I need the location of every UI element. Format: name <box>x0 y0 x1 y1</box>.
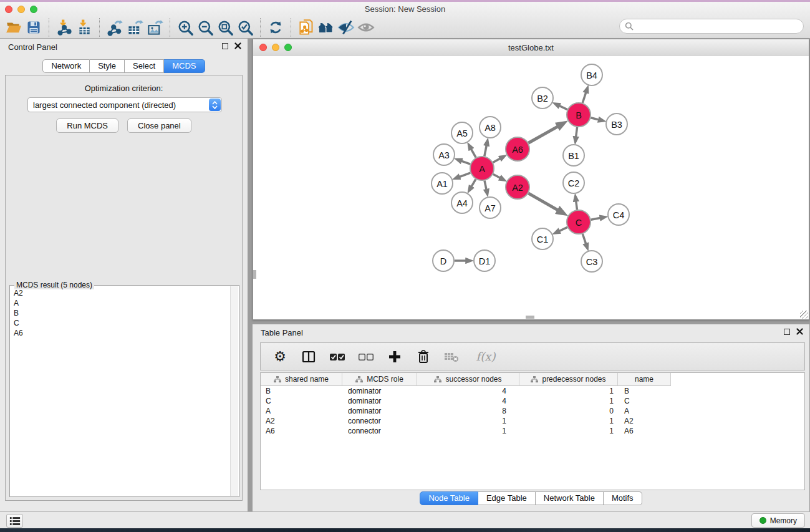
graph-node-A4[interactable]: A4 <box>451 192 473 213</box>
show-all-networks-button[interactable] <box>316 17 336 37</box>
clone-network-icon <box>298 19 315 36</box>
task-history-button[interactable] <box>6 514 23 528</box>
graph-node-B[interactable]: B <box>567 103 591 127</box>
delete-table-button[interactable] <box>443 347 461 366</box>
edge-C-C3 <box>582 234 586 244</box>
table-row[interactable]: Cdominator41C <box>261 396 804 406</box>
export-network-icon <box>107 19 123 36</box>
tab-network-table[interactable]: Network Table <box>536 491 604 505</box>
dropdown-stepper-icon <box>209 99 221 111</box>
zoom-in-button[interactable] <box>175 17 195 37</box>
memory-button[interactable]: Memory <box>751 513 805 528</box>
refresh-view-button[interactable] <box>266 17 286 37</box>
open-session-button[interactable] <box>4 17 24 37</box>
table-cell: C <box>618 397 671 405</box>
delete-column-button[interactable] <box>414 347 433 366</box>
graph-node-A8[interactable]: A8 <box>480 117 501 138</box>
graph-node-A5[interactable]: A5 <box>451 122 473 143</box>
column-header-MCDS-role[interactable]: MCDS role <box>342 373 417 386</box>
graph-node-B1[interactable]: B1 <box>563 145 584 166</box>
mcds-result-item[interactable]: A6 <box>11 328 229 338</box>
tab-select[interactable]: Select <box>125 59 164 73</box>
graph-node-C[interactable]: C <box>567 210 591 234</box>
column-header-shared-name[interactable]: shared name <box>261 373 342 386</box>
graph-node-A2[interactable]: A2 <box>506 175 529 199</box>
column-header-label: MCDS role <box>367 375 403 384</box>
graph-node-A[interactable]: A <box>470 157 494 180</box>
table-cell: A2 <box>261 417 342 425</box>
column-settings-button[interactable]: ⚙ <box>271 347 289 366</box>
table-cell: A6 <box>261 427 342 435</box>
graph-node-A7[interactable]: A7 <box>480 197 501 218</box>
deselect-all-button[interactable] <box>357 347 375 366</box>
export-image-button[interactable] <box>145 17 165 37</box>
close-table-panel-icon[interactable] <box>796 328 803 335</box>
graph-node-A6[interactable]: A6 <box>506 137 529 161</box>
save-session-button[interactable] <box>24 17 44 37</box>
criterion-dropdown[interactable]: largest connected component (directed) <box>27 97 222 112</box>
graph-node-B4[interactable]: B4 <box>581 64 602 85</box>
export-network-button[interactable] <box>105 17 125 37</box>
tab-network[interactable]: Network <box>42 59 90 73</box>
import-network-button[interactable] <box>54 17 74 37</box>
network-canvas[interactable]: AA1A2A3A4A5A6A7A8BB1B2B3B4CC1C2C3C4DD1 <box>253 56 809 319</box>
graph-node-B3[interactable]: B3 <box>606 114 627 135</box>
column-header-name[interactable]: name <box>618 373 671 386</box>
graph-node-C2[interactable]: C2 <box>563 172 584 193</box>
table-row[interactable]: Bdominator41B <box>261 386 804 396</box>
table-row[interactable]: A2connector11A2 <box>261 416 804 426</box>
svg-text:A4: A4 <box>456 198 468 208</box>
svg-text:B2: B2 <box>537 94 548 104</box>
search-input[interactable] <box>634 21 803 32</box>
edge-C-C2 <box>576 201 577 210</box>
mcds-result-item[interactable]: A <box>11 298 229 308</box>
close-panel-icon[interactable] <box>234 42 241 49</box>
mcds-result-item[interactable]: C <box>11 318 229 328</box>
zoom-selected-button[interactable] <box>235 17 255 37</box>
window-resize-grip[interactable] <box>800 311 808 319</box>
mcds-result-item[interactable]: B <box>11 308 229 318</box>
table-row[interactable]: A6connector11A6 <box>261 426 804 436</box>
graph-node-C4[interactable]: C4 <box>608 204 629 225</box>
svg-text:A2: A2 <box>512 183 523 193</box>
import-table-button[interactable] <box>74 17 94 37</box>
hide-edges-button[interactable] <box>336 17 356 37</box>
search-field[interactable] <box>619 19 804 34</box>
tab-edge-table[interactable]: Edge Table <box>478 491 536 505</box>
zoom-fit-button[interactable] <box>215 17 235 37</box>
result-list-scrollbar[interactable] <box>230 286 238 496</box>
select-all-button[interactable] <box>328 347 347 366</box>
table-row[interactable]: Adominator80A <box>261 406 804 416</box>
graph-node-D1[interactable]: D1 <box>474 250 495 271</box>
add-column-button[interactable] <box>385 347 404 366</box>
svg-text:C: C <box>576 218 582 228</box>
graph-node-A3[interactable]: A3 <box>433 144 455 165</box>
canvas-horizontal-scroll-thumb[interactable] <box>526 316 534 319</box>
canvas-vertical-scroll-thumb[interactable] <box>253 270 256 279</box>
graph-node-C1[interactable]: C1 <box>532 228 553 249</box>
float-table-panel-icon[interactable] <box>784 329 790 335</box>
close-panel-button[interactable]: Close panel <box>127 118 191 133</box>
svg-text:B: B <box>576 110 582 120</box>
clone-network-button[interactable] <box>296 17 316 37</box>
tab-style[interactable]: Style <box>90 59 125 73</box>
tab-mcds[interactable]: MCDS <box>164 59 205 73</box>
graph-node-B2[interactable]: B2 <box>532 87 553 109</box>
run-mcds-button[interactable]: Run MCDS <box>56 118 118 133</box>
tab-motifs[interactable]: Motifs <box>604 491 642 505</box>
edge-B-B1 <box>576 127 577 137</box>
graph-node-A1[interactable]: A1 <box>432 173 453 194</box>
column-header-successor-nodes[interactable]: successor nodes <box>417 373 519 386</box>
zoom-out-button[interactable] <box>195 17 215 37</box>
graph-node-C3[interactable]: C3 <box>581 251 602 272</box>
export-table-button[interactable] <box>125 17 145 37</box>
edge-A6-B <box>528 126 558 143</box>
graph-node-D[interactable]: D <box>433 250 454 271</box>
column-header-predecessor-nodes[interactable]: predecessor nodes <box>519 373 618 386</box>
function-builder-button[interactable]: f(x) <box>471 347 500 366</box>
mcds-result-item[interactable]: A2 <box>11 288 229 298</box>
show-graphics-details-button[interactable] <box>356 17 376 37</box>
float-panel-icon[interactable] <box>222 43 228 49</box>
tab-node-table[interactable]: Node Table <box>420 491 478 505</box>
split-panel-button[interactable] <box>299 347 318 366</box>
